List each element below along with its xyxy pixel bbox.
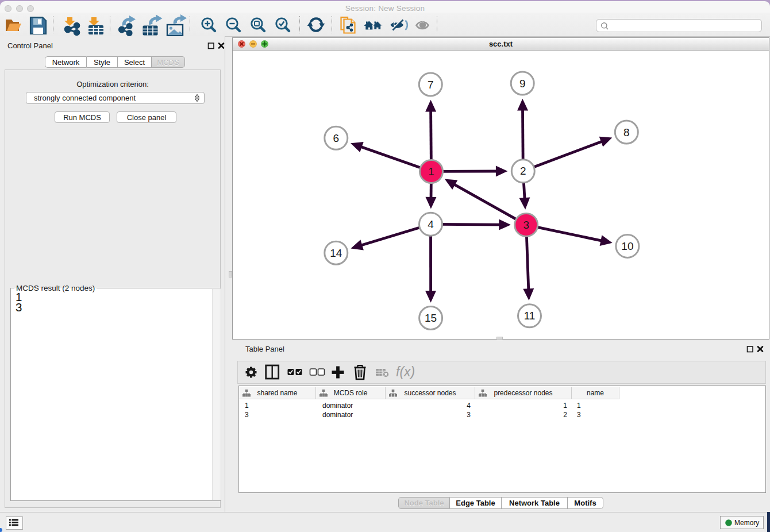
- svg-text:14: 14: [330, 247, 342, 259]
- svg-text:4: 4: [428, 218, 434, 230]
- svg-text:10: 10: [621, 240, 633, 252]
- svg-text:2: 2: [520, 165, 526, 177]
- svg-text:3: 3: [523, 219, 529, 231]
- svg-text:f(x): f(x): [396, 364, 415, 379]
- svg-text:9: 9: [519, 78, 526, 90]
- svg-text:1: 1: [428, 165, 434, 178]
- svg-text:11: 11: [524, 310, 536, 322]
- svg-text:6: 6: [333, 132, 340, 144]
- svg-text:7: 7: [428, 79, 434, 91]
- svg-text:8: 8: [623, 126, 630, 138]
- svg-text:15: 15: [425, 312, 437, 324]
